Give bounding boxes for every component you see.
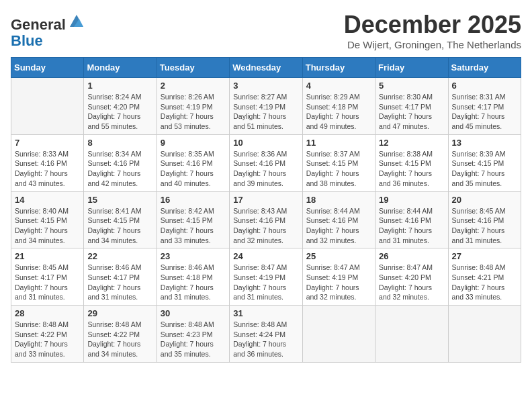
sunset-text: Sunset: 4:17 PM [452, 103, 504, 111]
day-number: 24 [233, 251, 298, 261]
day-detail: Sunrise: 8:30 AMSunset: 4:17 PMDaylight:… [379, 92, 444, 132]
day-number: 21 [15, 251, 80, 261]
day-detail: Sunrise: 8:47 AMSunset: 4:19 PMDaylight:… [306, 263, 371, 302]
sunrise-text: Sunrise: 8:27 AM [233, 93, 287, 101]
calendar-cell: 21Sunrise: 8:45 AMSunset: 4:17 PMDayligh… [11, 248, 84, 306]
calendar-header-row: SundayMondayTuesdayWednesdayThursdayFrid… [11, 58, 521, 78]
daylight-text: Daylight: 7 hours and 31 minutes. [379, 226, 432, 244]
day-number: 2 [161, 81, 226, 91]
sunrise-text: Sunrise: 8:34 AM [87, 150, 141, 158]
sunset-text: Sunset: 4:16 PM [87, 159, 140, 167]
daylight-text: Daylight: 7 hours and 32 minutes. [306, 226, 359, 244]
calendar-cell: 2Sunrise: 8:26 AMSunset: 4:19 PMDaylight… [157, 78, 229, 135]
sunrise-text: Sunrise: 8:47 AM [379, 263, 433, 271]
header-friday: Friday [375, 58, 448, 78]
day-number: 8 [87, 138, 152, 148]
calendar-cell: 16Sunrise: 8:42 AMSunset: 4:15 PMDayligh… [157, 191, 229, 248]
calendar-cell: 30Sunrise: 8:48 AMSunset: 4:23 PMDayligh… [157, 306, 229, 363]
calendar-cell: 23Sunrise: 8:46 AMSunset: 4:18 PMDayligh… [157, 248, 229, 306]
day-detail: Sunrise: 8:41 AMSunset: 4:15 PMDaylight:… [87, 206, 152, 246]
daylight-text: Daylight: 7 hours and 45 minutes. [452, 112, 505, 130]
day-detail: Sunrise: 8:48 AMSunset: 4:22 PMDaylight:… [15, 320, 80, 359]
daylight-text: Daylight: 7 hours and 53 minutes. [161, 112, 214, 130]
sunset-text: Sunset: 4:16 PM [379, 216, 431, 224]
sunrise-text: Sunrise: 8:33 AM [15, 150, 69, 158]
day-number: 20 [452, 195, 517, 205]
daylight-text: Daylight: 7 hours and 32 minutes. [379, 283, 432, 302]
day-number: 7 [15, 138, 80, 148]
daylight-text: Daylight: 7 hours and 36 minutes. [233, 340, 286, 358]
daylight-text: Daylight: 7 hours and 33 minutes. [161, 226, 214, 244]
sunset-text: Sunset: 4:15 PM [87, 216, 140, 224]
daylight-text: Daylight: 7 hours and 35 minutes. [452, 169, 505, 187]
day-detail: Sunrise: 8:45 AMSunset: 4:17 PMDaylight:… [15, 263, 80, 302]
day-detail: Sunrise: 8:48 AMSunset: 4:23 PMDaylight:… [161, 320, 226, 359]
sunrise-text: Sunrise: 8:48 AM [161, 320, 214, 328]
sunrise-text: Sunrise: 8:40 AM [15, 207, 69, 215]
calendar-table: SundayMondayTuesdayWednesdayThursdayFrid… [11, 57, 521, 363]
sunset-text: Sunset: 4:16 PM [306, 216, 359, 224]
day-number: 19 [379, 195, 444, 205]
calendar-week-3: 14Sunrise: 8:40 AMSunset: 4:15 PMDayligh… [11, 191, 521, 248]
calendar-cell: 31Sunrise: 8:48 AMSunset: 4:24 PMDayligh… [230, 306, 302, 363]
day-number: 27 [452, 251, 517, 261]
daylight-text: Daylight: 7 hours and 31 minutes. [161, 283, 214, 302]
calendar-cell: 17Sunrise: 8:43 AMSunset: 4:16 PMDayligh… [230, 191, 302, 248]
daylight-text: Daylight: 7 hours and 31 minutes. [87, 283, 140, 302]
sunset-text: Sunset: 4:19 PM [233, 103, 285, 111]
sunset-text: Sunset: 4:18 PM [306, 103, 359, 111]
sunrise-text: Sunrise: 8:38 AM [379, 150, 433, 158]
daylight-text: Daylight: 7 hours and 47 minutes. [379, 112, 432, 130]
day-number: 30 [161, 308, 226, 318]
day-number: 5 [379, 81, 444, 91]
sunrise-text: Sunrise: 8:47 AM [233, 263, 287, 271]
daylight-text: Daylight: 7 hours and 38 minutes. [306, 169, 359, 187]
sunrise-text: Sunrise: 8:48 AM [15, 320, 69, 328]
sunset-text: Sunset: 4:18 PM [161, 273, 213, 281]
daylight-text: Daylight: 7 hours and 40 minutes. [161, 169, 214, 187]
day-detail: Sunrise: 8:24 AMSunset: 4:20 PMDaylight:… [87, 92, 152, 132]
calendar-cell: 7Sunrise: 8:33 AMSunset: 4:16 PMDaylight… [11, 134, 84, 191]
sunrise-text: Sunrise: 8:44 AM [306, 207, 360, 215]
calendar-week-4: 21Sunrise: 8:45 AMSunset: 4:17 PMDayligh… [11, 248, 521, 306]
day-detail: Sunrise: 8:47 AMSunset: 4:19 PMDaylight:… [233, 263, 298, 302]
calendar-week-2: 7Sunrise: 8:33 AMSunset: 4:16 PMDaylight… [11, 134, 521, 191]
sunrise-text: Sunrise: 8:41 AM [87, 207, 141, 215]
sunrise-text: Sunrise: 8:42 AM [161, 207, 214, 215]
calendar-week-1: 1Sunrise: 8:24 AMSunset: 4:20 PMDaylight… [11, 78, 521, 135]
daylight-text: Daylight: 7 hours and 34 minutes. [87, 340, 140, 358]
month-title: December 2025 [344, 11, 521, 39]
title-block: December 2025 De Wijert, Groningen, The … [344, 11, 521, 50]
calendar-cell: 18Sunrise: 8:44 AMSunset: 4:16 PMDayligh… [302, 191, 375, 248]
calendar-cell [448, 306, 521, 363]
day-detail: Sunrise: 8:38 AMSunset: 4:15 PMDaylight:… [379, 149, 444, 189]
sunset-text: Sunset: 4:16 PM [233, 216, 285, 224]
sunrise-text: Sunrise: 8:46 AM [87, 263, 141, 271]
day-number: 3 [233, 81, 298, 91]
day-detail: Sunrise: 8:48 AMSunset: 4:21 PMDaylight:… [452, 263, 517, 302]
daylight-text: Daylight: 7 hours and 32 minutes. [306, 283, 359, 302]
day-number: 31 [233, 308, 298, 318]
calendar-cell [302, 306, 375, 363]
daylight-text: Daylight: 7 hours and 33 minutes. [452, 283, 505, 302]
daylight-text: Daylight: 7 hours and 31 minutes. [233, 283, 286, 302]
calendar-cell: 28Sunrise: 8:48 AMSunset: 4:22 PMDayligh… [11, 306, 84, 363]
day-number: 6 [452, 81, 517, 91]
day-detail: Sunrise: 8:40 AMSunset: 4:15 PMDaylight:… [15, 206, 80, 246]
sunrise-text: Sunrise: 8:48 AM [233, 320, 287, 328]
daylight-text: Daylight: 7 hours and 33 minutes. [15, 340, 68, 358]
sunset-text: Sunset: 4:15 PM [161, 216, 213, 224]
calendar-week-5: 28Sunrise: 8:48 AMSunset: 4:22 PMDayligh… [11, 306, 521, 363]
page-header: General Blue December 2025 De Wijert, Gr… [11, 11, 521, 50]
day-number: 4 [306, 81, 371, 91]
day-detail: Sunrise: 8:27 AMSunset: 4:19 PMDaylight:… [233, 92, 298, 132]
day-number: 17 [233, 195, 298, 205]
daylight-text: Daylight: 7 hours and 32 minutes. [233, 226, 286, 244]
daylight-text: Daylight: 7 hours and 31 minutes. [15, 283, 68, 302]
header-wednesday: Wednesday [230, 58, 302, 78]
sunrise-text: Sunrise: 8:35 AM [161, 150, 214, 158]
calendar-cell: 24Sunrise: 8:47 AMSunset: 4:19 PMDayligh… [230, 248, 302, 306]
sunset-text: Sunset: 4:22 PM [87, 330, 140, 338]
day-number: 10 [233, 138, 298, 148]
day-number: 25 [306, 251, 371, 261]
